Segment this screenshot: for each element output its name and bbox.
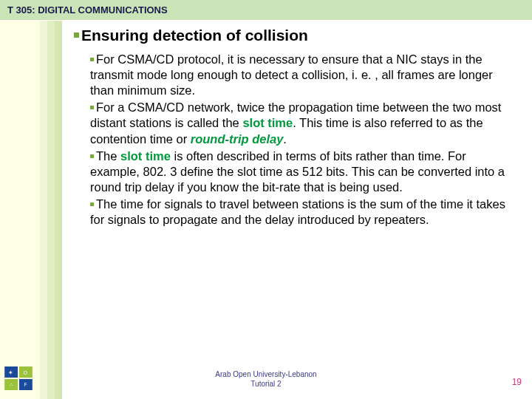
footer-line1: Arab Open University-Lebanon [215, 370, 316, 378]
bullet-icon [90, 58, 94, 61]
slide-content: Ensuring detection of collision For CSMA… [74, 27, 510, 229]
bullet-2: For a CSMA/CD network, twice the propaga… [90, 100, 510, 146]
bullet-4: The time for signals to travel between s… [90, 197, 510, 228]
stripe [47, 21, 55, 399]
page-number: 19 [512, 377, 522, 387]
sidebar [0, 21, 62, 399]
slot-time-term: slot time [120, 149, 171, 163]
bullet-icon [90, 106, 94, 109]
b4-text: The time for signals to travel between s… [90, 197, 505, 226]
b2-post: . [283, 132, 287, 146]
title-bar: T 305: DIGITAL COMMUNICATIONS [0, 0, 532, 20]
bullet-icon [74, 33, 79, 38]
slide-heading: Ensuring detection of collision [74, 27, 510, 44]
b3-pre: The [96, 149, 120, 163]
bullet-icon [90, 202, 94, 206]
footer: Arab Open University-Lebanon Tutorial 2 [0, 370, 532, 389]
round-trip-delay-term: round-trip delay [191, 132, 284, 146]
stripe [40, 21, 47, 399]
slot-time-term: slot time [242, 116, 293, 129]
course-title: T 305: DIGITAL COMMUNICATIONS [7, 4, 168, 16]
stripe [55, 21, 62, 399]
bullet-icon [90, 154, 94, 158]
body-text: For CSMA/CD protocol, it is necessary to… [74, 52, 510, 228]
bullet-3: The slot time is often described in term… [90, 149, 510, 195]
heading-text: Ensuring detection of collision [81, 27, 308, 44]
bullet-1-text: For CSMA/CD protocol, it is necessary to… [90, 52, 493, 97]
bullet-1: For CSMA/CD protocol, it is necessary to… [90, 52, 510, 98]
footer-line2: Tutorial 2 [250, 380, 281, 388]
sidebar-stripes [40, 21, 62, 399]
